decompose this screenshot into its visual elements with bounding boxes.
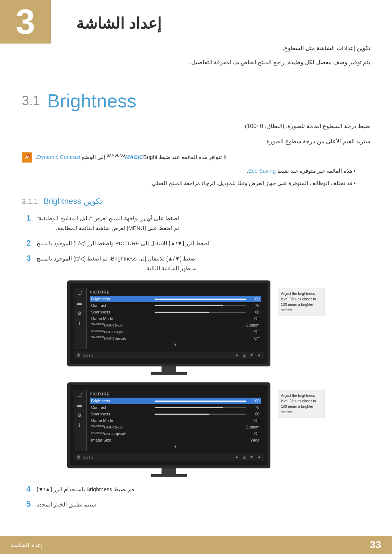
- step-2-number: 2: [22, 238, 31, 248]
- step-4-text: قم بضبط Brightness باستخدام الزر [▲/▼].: [35, 484, 134, 494]
- osd-bar-sharpness-2: [155, 414, 246, 415]
- osd-row-contrast-1: Contrast 75: [90, 302, 261, 309]
- hint-panel-2: Adjust the brightness level. Values clos…: [278, 390, 325, 418]
- osd-right-icon-2: ►: [235, 455, 239, 460]
- section-number: 3.1: [22, 93, 40, 108]
- osd-auto-text-1: AUTO ⏻: [77, 353, 93, 357]
- chapter-title-row: إعداد الشاشة: [22, 7, 370, 32]
- osd-row-gamemode-1: Game Mode Off: [90, 315, 261, 322]
- osd-bar-brightness-1: [155, 299, 246, 300]
- intro-section: تكوين إعدادات الشاشة مثل السطوع. يتم توف…: [22, 43, 370, 79]
- step-5: سيتم تطبيق الخيار المحدد. 5: [22, 500, 370, 509]
- step-1-number: 1: [22, 213, 31, 223]
- monitor-body-2: 🖵 ▬ ⚙ ℹ PICTURE Brightness: [67, 382, 270, 468]
- osd-icon-color: ▬: [75, 299, 84, 307]
- osd-row-brightness-1: Brightness 100: [90, 296, 261, 302]
- osd-icon-settings: ⚙: [75, 309, 84, 317]
- osd-main-panel-1: PICTURE Brightness 100: [87, 288, 264, 349]
- monitor-neck-2: [162, 468, 176, 474]
- osd-icon-info-2: ℹ: [75, 422, 84, 429]
- step-4-number: 4: [22, 484, 31, 494]
- page-footer: 33 إعداد الشاشة: [0, 536, 392, 554]
- section-desc2: ستزيد القيم الأعلى من درجة سطوع الصورة.: [22, 136, 370, 147]
- osd-main-panel-2: PICTURE Brightness 100 Contrast: [87, 390, 264, 451]
- osd-row-magicangle-1: SAMSUNGMAGICAngle Off: [90, 328, 261, 335]
- step-3: اضغط [▼/▲] للانتقال إلى Brightness، ثم ا…: [22, 254, 370, 273]
- step-3-text: اضغط [▼/▲] للانتقال إلى Brightness، ثم ا…: [35, 254, 197, 273]
- subsection-header: تكوين Brightness 3.1.1: [22, 197, 370, 206]
- osd-bar-sharpness-1: [155, 312, 246, 313]
- osd-row-magicupscale-1: SAMSUNGMAGICUpscale Off: [90, 335, 261, 341]
- note-icon: A !: [22, 152, 32, 163]
- osd-down-icon: ▼: [249, 353, 254, 358]
- osd-row-imagesize-2: Image Size Wide: [90, 437, 261, 443]
- footer-text: إعداد الشاشة: [11, 542, 42, 549]
- step-4: قم بضبط Brightness باستخدام الزر [▲/▼]. …: [22, 484, 370, 494]
- monitors-section: Adjust the brightness level. Values clos…: [22, 280, 370, 477]
- osd-category-2: PICTURE: [90, 392, 261, 396]
- osd-bar-contrast-2: [155, 407, 246, 408]
- step-5-text: سيتم تطبيق الخيار المحدد.: [35, 500, 96, 509]
- osd-bar-brightness-2: [155, 401, 246, 402]
- osd-right-icon: ►: [235, 353, 239, 358]
- note-bullet-2: قد تختلف الوظائف المتوفرة على جهاز العرض…: [22, 178, 370, 188]
- chapter-number: 3: [16, 4, 35, 39]
- step-2: اضغط الزر [▼/▲] للانتقال إلى PICTURE واض…: [22, 238, 370, 248]
- note-text-1: لا تتوافر هذه القائمة عند ضبط SAMSUNGMAG…: [36, 152, 227, 162]
- step-3-number: 3: [22, 254, 31, 263]
- osd-bar-contrast-1: [155, 305, 246, 306]
- monitor-base-1: [151, 372, 187, 375]
- osd-row-magicbright-1: SAMSUNGMAGICBright Custom: [90, 322, 261, 328]
- chapter-title: إعداد الشاشة: [76, 15, 162, 32]
- monitor-screen-1: 🖵 ▬ ⚙ ℹ PICTURE Brightness: [70, 283, 268, 364]
- monitor-wrapper-2: 🖵 ▬ ⚙ ℹ PICTURE Brightness: [67, 382, 270, 477]
- osd-bottom-bar-2: ◄ ▼ ▲ ► AUTO ⏻: [74, 453, 264, 461]
- osd-left-icon: ◄: [257, 353, 261, 358]
- notes-block: لا تتوافر هذه القائمة عند ضبط SAMSUNGMAG…: [22, 152, 370, 188]
- monitor-wrapper-1: 🖵 ▬ ⚙ ℹ PICTURE Brightness: [67, 280, 270, 375]
- section-header: Brightness 3.1: [22, 90, 370, 112]
- step-2-text: اضغط الزر [▼/▲] للانتقال إلى PICTURE واض…: [35, 238, 209, 248]
- monitor-body-1: 🖵 ▬ ⚙ ℹ PICTURE Brightness: [67, 280, 270, 366]
- osd-sidebar-2: 🖵 ▬ ⚙ ℹ: [74, 390, 87, 451]
- subsection-title-en: Brightness: [43, 197, 81, 206]
- osd-row-magicupscale-2: SAMSUNGMAGICUpscale Off: [90, 430, 261, 437]
- monitor-container-2: Adjust the brightness level. Values clos…: [22, 382, 370, 477]
- monitor-base-2: [151, 474, 187, 477]
- osd-menu-2: 🖵 ▬ ⚙ ℹ PICTURE Brightness: [74, 390, 264, 451]
- section-title-en: Brightness: [47, 90, 136, 112]
- osd-icon-picture: 🖵: [75, 289, 84, 296]
- osd-menu-1: 🖵 ▬ ⚙ ℹ PICTURE Brightness: [74, 288, 264, 349]
- subsection-title-ar: تكوين Brightness: [43, 197, 102, 206]
- osd-icon-picture-2: 🖵: [75, 391, 84, 398]
- osd-auto-text-2: AUTO ⏻: [77, 455, 93, 459]
- osd-row-sharpness-1: Sharpness 60: [90, 309, 261, 315]
- intro-text-1: تكوين إعدادات الشاشة مثل السطوع.: [22, 43, 370, 54]
- osd-row-sharpness-2: Sharpness 60: [90, 411, 261, 417]
- note-item-1: لا تتوافر هذه القائمة عند ضبط SAMSUNGMAG…: [22, 152, 370, 163]
- monitor-container-1: Adjust the brightness level. Values clos…: [22, 280, 370, 375]
- osd-category-1: PICTURE: [90, 290, 261, 294]
- osd-up-icon: ▲: [242, 353, 246, 358]
- footer-page-number: 33: [370, 539, 381, 551]
- osd-nav-icons-2: ◄ ▼ ▲ ►: [235, 455, 261, 460]
- osd-left-icon-2: ◄: [257, 455, 261, 460]
- osd-icon-settings-2: ⚙: [75, 411, 84, 419]
- step-1: اضغط على أي زر بواجهة المنتج لعرض "دليل …: [22, 213, 370, 233]
- subsection-number: 3.1.1: [22, 197, 38, 206]
- osd-row-gamemode-2: Game Mode Off: [90, 417, 261, 424]
- osd-down-icon-2: ▼: [249, 455, 254, 460]
- hint-panel-1: Adjust the brightness level. Values clos…: [278, 288, 325, 316]
- step-5-number: 5: [22, 500, 31, 509]
- monitor-neck-1: [162, 366, 176, 372]
- osd-row-magicbright-2: SAMSUNGMAGICBright Custom: [90, 424, 261, 430]
- osd-row-contrast-2: Contrast 75: [90, 404, 261, 411]
- osd-up-icon-2: ▲: [242, 455, 246, 460]
- osd-icon-info: ℹ: [75, 320, 84, 327]
- step-1-text: اضغط على أي زر بواجهة المنتج لعرض "دليل …: [35, 213, 179, 233]
- section-desc1: ضبط درجة السطوع العامة للصورة. (النطاق: …: [22, 121, 370, 132]
- osd-icon-color-2: ▬: [75, 401, 84, 409]
- note-bullet-1: هذه القائمة غير متوفرة عند ضبط Eco Savin…: [22, 166, 370, 176]
- osd-row-brightness-2: Brightness 100: [90, 398, 261, 404]
- osd-sidebar-1: 🖵 ▬ ⚙ ℹ: [74, 288, 87, 349]
